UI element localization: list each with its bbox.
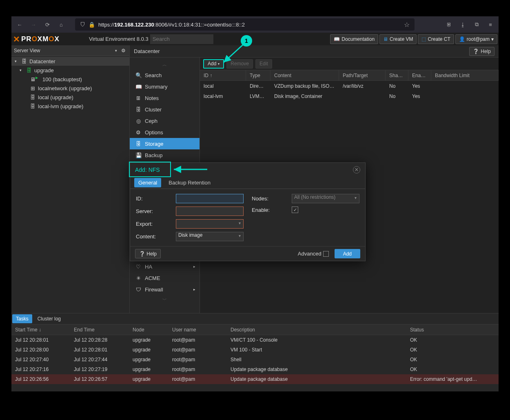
reload-button[interactable]: ⟳	[43, 20, 51, 29]
sidebar-item-search[interactable]: 🔍Search	[130, 69, 200, 81]
col-type[interactable]: Type	[246, 70, 271, 80]
chevron-right-icon: ▸	[193, 264, 195, 269]
enable-checkbox[interactable]: ✓	[292, 207, 298, 213]
col-start-time[interactable]: Start Time ↓	[11, 327, 70, 333]
scroll-down-icon[interactable]: ﹀	[130, 297, 200, 303]
label-id: ID:	[136, 196, 173, 202]
bookmark-star-icon[interactable]: ☆	[404, 21, 410, 29]
table-row[interactable]: local-lvmLVM…Disk image, ContainerNoYes	[200, 91, 499, 101]
save-icon: 💾	[135, 152, 141, 158]
sidebar-item-summary[interactable]: 📖Summary	[130, 81, 200, 92]
label-nodes: Nodes:	[252, 196, 289, 202]
task-row[interactable]: Jul 12 20:28:01Jul 12 20:28:28upgraderoo…	[11, 335, 499, 345]
note-icon: 🗏	[135, 95, 141, 101]
col-status[interactable]: Status	[406, 327, 499, 333]
view-dropdown-icon[interactable]: ▾	[115, 49, 117, 53]
back-button[interactable]: ←	[16, 20, 24, 29]
cluster-icon: 🗄	[135, 107, 141, 113]
pocket-icon[interactable]: ⛨	[445, 20, 453, 29]
tab-tasks[interactable]: Tasks	[12, 314, 32, 323]
create-vm-button[interactable]: 🖥Create VM	[379, 34, 417, 44]
sidebar-item-storage[interactable]: 🗄Storage	[130, 138, 200, 149]
col-shared[interactable]: Sha…	[386, 70, 408, 80]
label-content: Content:	[136, 233, 173, 240]
chevron-right-icon: ▸	[193, 287, 195, 291]
nodes-select[interactable]: All (No restrictions)	[292, 194, 359, 203]
tree-vm-100[interactable]: 🖥▶ 100 (backuptest)	[11, 75, 129, 84]
tab-cluster-log[interactable]: Cluster log	[34, 314, 64, 323]
sidebar-item-notes[interactable]: 🗏Notes	[130, 92, 200, 104]
tree-local-storage[interactable]: 🗄 local (upgrade)	[11, 93, 129, 102]
col-bandwidth[interactable]: Bandwidth Limit	[431, 70, 499, 80]
close-icon[interactable]: ×	[353, 166, 360, 173]
advanced-checkbox[interactable]	[323, 251, 329, 257]
gear-icon: ⚙	[135, 129, 141, 136]
tree-localnetwork[interactable]: ⊞ localnetwork (upgrade)	[11, 84, 129, 93]
search-input[interactable]	[150, 34, 213, 44]
sidebar-item-ceph[interactable]: ◎Ceph	[130, 115, 200, 127]
sidebar-item-firewall[interactable]: 🛡Firewall▸	[130, 284, 200, 295]
dialog-add-button[interactable]: Add	[335, 249, 360, 258]
server-icon: 🗄	[21, 58, 27, 64]
extensions-icon[interactable]: ⧉	[472, 20, 481, 29]
url-text: https://192.168.122.230:8006/#v1:0:18:4:…	[98, 22, 401, 28]
sidebar-item-cluster[interactable]: 🗄Cluster	[130, 104, 200, 115]
col-end-time[interactable]: End Time	[70, 327, 129, 333]
collapse-icon: ▾	[20, 68, 24, 72]
gear-icon[interactable]: ⚙	[120, 47, 127, 54]
edit-button[interactable]: Edit	[255, 59, 272, 69]
sidebar-item-options[interactable]: ⚙Options	[130, 127, 200, 138]
menu-icon[interactable]: ≡	[486, 20, 494, 29]
label-enable: Enable:	[252, 207, 289, 213]
tree-locallvm-storage[interactable]: 🗄 local-lvm (upgrade)	[11, 102, 129, 111]
tree-node-upgrade[interactable]: ▾ 🗄 upgrade	[11, 66, 129, 75]
monitor-icon: 🖥	[29, 76, 36, 82]
col-description[interactable]: Description	[227, 327, 406, 333]
book-icon: 📖	[135, 84, 141, 90]
ceph-icon: ◎	[135, 118, 141, 124]
collapse-icon: ▾	[15, 59, 19, 63]
sidebar-item-backup[interactable]: 💾Backup	[130, 149, 200, 161]
tree-datacenter[interactable]: ▾ 🗄 Datacenter	[11, 57, 129, 66]
col-user[interactable]: User name	[169, 327, 227, 333]
id-field[interactable]	[176, 194, 244, 203]
scroll-up-icon[interactable]: ︿	[130, 62, 200, 68]
create-ct-button[interactable]: ⬚Create CT	[418, 34, 454, 44]
url-bar[interactable]: ⛉ 🔒 https://192.168.122.230:8006/#v1:0:1…	[75, 18, 415, 31]
sidebar-item-acme[interactable]: ✳ACME	[130, 272, 200, 284]
storage-grid-header: ID ↑ Type Content Path/Target Sha… Ena… …	[200, 70, 499, 81]
downloads-icon[interactable]: ⭳	[459, 20, 467, 29]
server-view-label: Server View	[14, 48, 40, 53]
col-path[interactable]: Path/Target	[339, 70, 386, 80]
table-row[interactable]: localDire…VZDump backup file, ISO…/var/l…	[200, 81, 499, 91]
content-select[interactable]: Disk image	[176, 232, 244, 241]
documentation-button[interactable]: 📖Documentation	[330, 34, 378, 44]
col-content[interactable]: Content	[271, 70, 339, 80]
task-row[interactable]: Jul 12 20:27:40Jul 12 20:27:44upgraderoo…	[11, 355, 499, 364]
add-button[interactable]: Add▾	[203, 59, 224, 69]
dialog-help-button[interactable]: ❔ Help	[135, 249, 161, 258]
user-menu-button[interactable]: 👤root@pam▾	[455, 34, 497, 44]
home-button[interactable]: ⌂	[57, 20, 65, 29]
forward-button[interactable]: →	[29, 20, 38, 29]
col-enabled[interactable]: Ena…	[408, 70, 431, 80]
export-select[interactable]	[176, 219, 244, 229]
tab-general[interactable]: General	[134, 178, 161, 187]
server-field[interactable]	[176, 207, 244, 216]
lock-icon: 🔒	[89, 22, 95, 28]
add-nfs-dialog: Add: NFS × General Backup Retention ID: …	[130, 162, 366, 261]
task-row[interactable]: Jul 12 20:26:56Jul 12 20:26:57upgraderoo…	[11, 374, 499, 384]
col-node[interactable]: Node	[129, 327, 169, 333]
task-row[interactable]: Jul 12 20:28:00Jul 12 20:28:01upgraderoo…	[11, 345, 499, 355]
label-export: Export:	[136, 221, 173, 227]
node-icon: 🗄	[26, 67, 32, 73]
tab-backup-retention[interactable]: Backup Retention	[164, 178, 215, 187]
task-row[interactable]: Jul 12 20:27:16Jul 12 20:27:19upgraderoo…	[11, 364, 499, 374]
help-button[interactable]: ❔Help	[469, 47, 494, 56]
database-icon: 🗄	[29, 103, 36, 109]
col-id[interactable]: ID ↑	[200, 70, 246, 80]
sidebar-item-ha[interactable]: ♡HA▸	[130, 261, 200, 272]
label-server: Server:	[136, 208, 173, 214]
remove-button[interactable]: Remove	[226, 59, 253, 69]
heartbeat-icon: ♡	[135, 264, 141, 270]
